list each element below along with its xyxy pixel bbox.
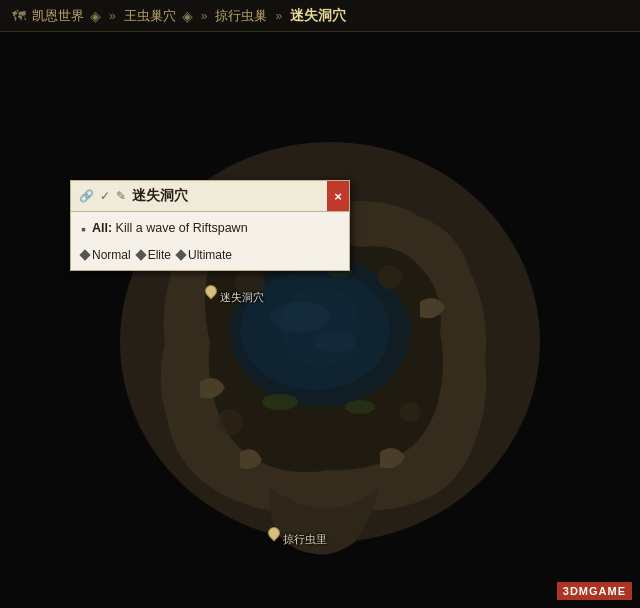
- separator-3: »: [275, 9, 282, 23]
- svg-point-13: [280, 287, 360, 367]
- check-icon: ✓: [100, 189, 110, 203]
- difficulty-elite[interactable]: Elite: [137, 248, 171, 262]
- difficulty-normal[interactable]: Normal: [81, 248, 131, 262]
- diamond-icon-elite: [135, 249, 146, 260]
- breadcrumb-icon-1: ◈: [90, 8, 101, 24]
- separator-2: »: [201, 9, 208, 23]
- task-prefix: All:: [92, 221, 112, 235]
- map-area[interactable]: 迷失洞穴 掠行虫里 🔗 ✓ ✎ 迷失洞穴 × ▪ All: Kill a wav…: [0, 32, 640, 608]
- separator-1: »: [109, 9, 116, 23]
- task-text: All: Kill a wave of Riftspawn: [92, 220, 248, 238]
- breadcrumb-hive[interactable]: 王虫巢穴: [124, 7, 176, 25]
- breadcrumb-icon-2: ◈: [182, 8, 193, 24]
- svg-point-7: [378, 265, 402, 289]
- breadcrumb-current: 迷失洞穴: [290, 7, 346, 25]
- difficulty-ultimate[interactable]: Ultimate: [177, 248, 232, 262]
- task-description: Kill a wave of Riftspawn: [116, 221, 248, 235]
- watermark: 3DMGAME: [557, 582, 632, 600]
- popup-close-button[interactable]: ×: [327, 181, 349, 211]
- popup-body: ▪ All: Kill a wave of Riftspawn Normal E…: [71, 212, 349, 270]
- watermark-text: 3DMGAME: [557, 582, 632, 600]
- popup-header: 🔗 ✓ ✎ 迷失洞穴 ×: [71, 181, 349, 212]
- difficulty-ultimate-label: Ultimate: [188, 248, 232, 262]
- breadcrumb-bar: 🗺 凯恩世界 ◈ » 王虫巢穴 ◈ » 掠行虫巢 » 迷失洞穴: [0, 0, 640, 32]
- svg-point-11: [345, 400, 375, 414]
- task-bullet: ▪: [81, 220, 86, 240]
- popup-title: 迷失洞穴: [132, 187, 341, 205]
- link-icon: 🔗: [79, 189, 94, 203]
- difficulty-normal-label: Normal: [92, 248, 131, 262]
- diamond-icon-ultimate: [175, 249, 186, 260]
- breadcrumb-world[interactable]: 凯恩世界: [32, 7, 84, 25]
- task-row: ▪ All: Kill a wave of Riftspawn: [81, 220, 339, 240]
- svg-point-8: [400, 402, 420, 422]
- difficulty-elite-label: Elite: [148, 248, 171, 262]
- diamond-icon-normal: [79, 249, 90, 260]
- svg-point-6: [235, 267, 265, 297]
- svg-point-9: [217, 409, 243, 435]
- location-popup: 🔗 ✓ ✎ 迷失洞穴 × ▪ All: Kill a wave of Rifts…: [70, 180, 350, 271]
- map-icon: 🗺: [12, 8, 26, 24]
- breadcrumb-nest[interactable]: 掠行虫巢: [215, 7, 267, 25]
- svg-point-10: [262, 394, 298, 410]
- difficulty-row: Normal Elite Ultimate: [81, 248, 339, 262]
- edit-icon: ✎: [116, 189, 126, 203]
- map-svg: [0, 32, 640, 608]
